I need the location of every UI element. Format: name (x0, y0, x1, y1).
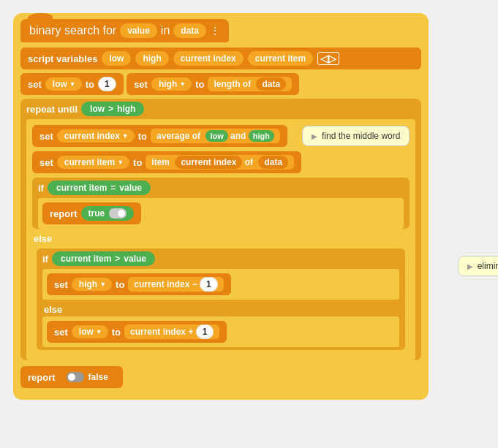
report-true-block: report true (42, 202, 141, 224)
eq-op: = (110, 183, 116, 193)
data-inner2: data (258, 156, 288, 169)
if-equal-body: report true (38, 198, 404, 229)
item-of-pill: item current index of data (146, 155, 294, 170)
current-index-plus-1: current index + 1 (124, 324, 219, 339)
false-text: false (88, 372, 108, 382)
repeat-until-wrapper: repeat until low > high set (20, 99, 421, 360)
to-label-3: to (138, 131, 147, 142)
current-index-dropdown[interactable]: current index ▼ (57, 129, 135, 143)
repeat-until-label: repeat until (26, 104, 78, 115)
var-current-item-pill[interactable]: current item (248, 51, 313, 66)
eliminate-half-text: eliminate half the list (478, 261, 498, 271)
false-pill: false (59, 370, 116, 384)
scratch-container: binary search for value in data ⋮ script… (13, 13, 429, 400)
if-greater-row: if current item > value (37, 248, 405, 350)
in-label: in (161, 24, 170, 37)
val-var2: value (124, 254, 146, 264)
set-low-block: set low ▼ to 1 (20, 73, 124, 95)
find-middle-word-text: find the middle word (322, 131, 400, 141)
set-label-3: set (39, 131, 53, 142)
set-current-index-block: set current index ▼ to average of low an… (32, 125, 287, 147)
set-current-item-block: set current item ▼ to item current index… (32, 151, 301, 173)
current-index-inner: current index (175, 156, 242, 169)
data-pill[interactable]: data (173, 23, 206, 38)
set-label-4: set (39, 157, 53, 168)
repeat-body: set current index ▼ to average of low an… (26, 119, 415, 360)
low-var: low (90, 104, 105, 114)
hat-block-wrapper: binary search for value in data ⋮ (20, 19, 421, 45)
current-item-dropdown[interactable]: current item ▼ (57, 156, 129, 169)
val-var: value (119, 183, 142, 193)
true-text: true (88, 208, 105, 219)
minus-1-val[interactable]: 1 (200, 277, 218, 292)
if-label-2: if (42, 254, 48, 265)
ci-var: current item (56, 183, 107, 193)
plus-1-val[interactable]: 1 (196, 324, 214, 339)
true-toggle[interactable] (109, 208, 127, 219)
variables-label: script variables (28, 53, 97, 64)
if-greater-body: set high ▼ to current index − (42, 269, 399, 300)
data-inner-pill[interactable]: data (256, 77, 286, 91)
else-body: if current item > value (32, 246, 410, 353)
current-item-eq-value: current item = value (48, 181, 151, 195)
gt-op: > (108, 104, 113, 114)
set-high-block: set high ▼ to length of data (127, 73, 299, 95)
report-label-1: report (50, 208, 78, 219)
eliminate-half-comment: eliminate half the list (458, 256, 498, 276)
low-dropdown-2[interactable]: low ▼ (72, 325, 108, 338)
low-gt-high-condition: low > high (81, 102, 144, 116)
set-current-index-row: set current index ▼ to average of low an… (32, 124, 410, 148)
if-label-1: if (38, 183, 44, 194)
add-variable-icon[interactable]: ◁▷ (317, 52, 339, 65)
var-current-index-pill[interactable]: current index (173, 51, 244, 66)
current-index-minus-1: current index − 1 (128, 277, 223, 292)
set-label-6: set (54, 327, 68, 338)
to-label-5: to (116, 279, 124, 290)
set-label-2: set (134, 79, 148, 90)
var-high-pill[interactable]: high (135, 51, 168, 66)
set-low-2-block: set low ▼ to current index + (47, 321, 227, 343)
hat-label: binary search for (29, 24, 116, 37)
ci-var2: current item (61, 254, 111, 264)
high-inner: high (249, 130, 274, 142)
report-label-2: report (28, 372, 56, 383)
length-of-pill[interactable]: length of data (208, 77, 292, 91)
high-var: high (117, 104, 135, 114)
menu-icon[interactable]: ⋮ (210, 25, 220, 37)
high-dropdown-2[interactable]: high ▼ (72, 278, 112, 291)
low-inner: low (205, 130, 227, 142)
if-greater-wrapper: if current item > value (37, 248, 405, 350)
set-label-1: set (28, 79, 42, 90)
var-low-pill[interactable]: low (102, 51, 131, 66)
else2-body: set low ▼ to current index + (42, 316, 399, 347)
if-equal-wrapper: if current item = value report (32, 178, 410, 229)
else-label-1: else (32, 232, 410, 246)
low-dropdown[interactable]: low ▼ (45, 77, 82, 91)
value-pill[interactable]: value (120, 23, 157, 38)
to-label-1: to (86, 79, 94, 90)
set-label-5: set (54, 279, 68, 290)
true-pill: true (81, 206, 135, 221)
false-toggle[interactable] (67, 372, 84, 382)
current-item-gt-value: current item > value (52, 251, 155, 266)
set-high-2-block: set high ▼ to current index − (47, 273, 231, 295)
variables-row: script variables low high current index … (20, 48, 421, 69)
else-label-2: else (42, 303, 399, 316)
gt-op2: > (115, 254, 120, 264)
to-label-6: to (112, 327, 121, 338)
report-false-block: report false (20, 366, 123, 388)
to-label-4: to (133, 157, 142, 168)
find-middle-word-comment: find the middle word (302, 126, 410, 146)
average-of-pill: average of low and high (151, 129, 280, 143)
hat-block: binary search for value in data ⋮ (20, 19, 229, 42)
high-dropdown[interactable]: high ▼ (151, 77, 192, 91)
value-1[interactable]: 1 (98, 77, 116, 91)
to-label-2: to (195, 79, 204, 90)
